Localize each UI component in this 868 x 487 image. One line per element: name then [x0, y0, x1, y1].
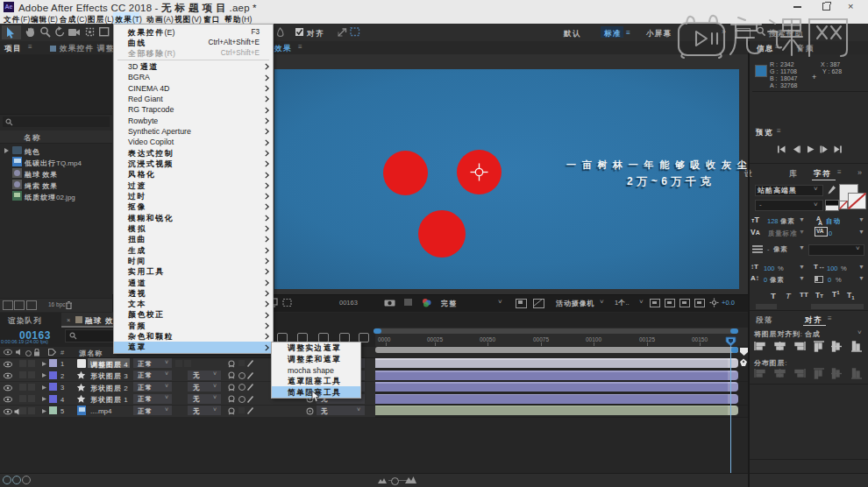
svg-text:A: A	[818, 220, 822, 226]
